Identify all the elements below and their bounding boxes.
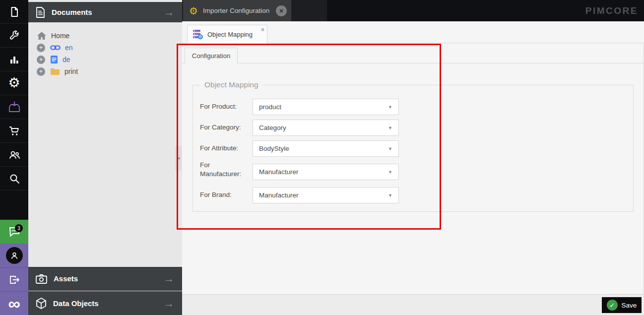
bottom-toolbar: ✓ Save bbox=[182, 294, 644, 315]
tree-item-label: print bbox=[64, 67, 78, 75]
save-button[interactable]: ✓ Save bbox=[602, 297, 642, 313]
tab-close-icon[interactable]: × bbox=[276, 5, 287, 16]
save-button-label: Save bbox=[622, 302, 637, 309]
combo-value: Manufacturer bbox=[259, 191, 299, 199]
settings-icon[interactable]: ⚙ bbox=[0, 71, 28, 95]
chevron-down-icon: ▼ bbox=[388, 146, 392, 151]
field-label-manufacturer: For Manufacturer: bbox=[200, 161, 250, 179]
chevron-down-icon: ▼ bbox=[388, 193, 392, 198]
camera-icon bbox=[35, 273, 48, 284]
rail-spacer bbox=[0, 190, 28, 220]
tree-item-label: de bbox=[63, 56, 70, 63]
pages-icon[interactable] bbox=[0, 0, 28, 24]
left-icon-rail: ⚙ 3 ∞ bbox=[0, 0, 28, 315]
infinity-logo-icon[interactable]: ∞ bbox=[0, 291, 28, 315]
tab-object-mapping[interactable]: ⚙ Object Mapping × bbox=[187, 25, 267, 43]
configuration-panel: Configuration Object Mapping For Product… bbox=[182, 43, 644, 294]
combo-value: BodyStyle bbox=[259, 145, 289, 152]
user-avatar-icon[interactable] bbox=[0, 244, 28, 267]
fieldset-legend: Object Mapping bbox=[200, 80, 263, 89]
cube-icon bbox=[35, 297, 47, 310]
document-icon bbox=[50, 55, 58, 64]
pimcore-admin-window: ⚙ 3 ∞ bbox=[0, 0, 644, 315]
field-label-attribute: For Attribute: bbox=[200, 140, 250, 157]
search-icon[interactable] bbox=[0, 167, 28, 190]
data-objects-panel-title: Data Objects bbox=[53, 299, 99, 308]
documents-panel: Documents → Home + en + de + pri bbox=[28, 0, 182, 315]
tab-label: Importer Configuration bbox=[203, 7, 269, 14]
wrench-icon[interactable] bbox=[0, 24, 28, 48]
gear-icon: ⚙ bbox=[189, 6, 198, 16]
svg-text:⚙: ⚙ bbox=[198, 34, 202, 39]
folder-icon bbox=[50, 67, 60, 75]
object-mapping-fieldset: Object Mapping For Product: product ▼ Fo… bbox=[193, 85, 634, 212]
expand-plus-icon[interactable]: + bbox=[37, 56, 45, 64]
pimcore-logo: PIMCORE bbox=[585, 0, 638, 21]
panel-expand-arrow-icon[interactable]: → bbox=[164, 298, 174, 309]
brand-class-select[interactable]: Manufacturer ▼ bbox=[253, 187, 399, 203]
sub-tab-bar: ⚙ Object Mapping × bbox=[182, 21, 644, 43]
panel-collapse-handle[interactable]: ◀ bbox=[175, 146, 182, 171]
tab-configuration[interactable]: Configuration bbox=[185, 48, 238, 63]
manufacturer-class-select[interactable]: Manufacturer ▼ bbox=[253, 164, 399, 180]
object-mapping-icon: ⚙ bbox=[193, 29, 203, 40]
documents-panel-header[interactable]: Documents → bbox=[28, 2, 182, 22]
logout-icon[interactable] bbox=[0, 267, 28, 291]
assets-panel-title: Assets bbox=[54, 274, 78, 283]
tree-item-label: Home bbox=[51, 32, 69, 40]
tree-item-print[interactable]: + print bbox=[28, 65, 182, 77]
check-icon: ✓ bbox=[607, 300, 618, 311]
main-area: ⚙ Importer Configuration × PIMCORE ⚙ Obj… bbox=[182, 0, 644, 315]
attribute-class-select[interactable]: BodyStyle ▼ bbox=[253, 140, 399, 157]
tree-item-label: en bbox=[65, 44, 73, 52]
reports-icon[interactable] bbox=[0, 48, 28, 71]
field-label-product: For Product: bbox=[200, 99, 250, 115]
chat-icon[interactable]: 3 bbox=[0, 220, 28, 244]
field-label-brand: For Brand: bbox=[200, 187, 250, 203]
panel-expand-arrow-icon[interactable]: → bbox=[164, 273, 174, 284]
home-icon bbox=[37, 31, 47, 40]
cart-icon[interactable] bbox=[0, 119, 28, 143]
documents-icon bbox=[35, 6, 46, 18]
sub-tab-label: Object Mapping bbox=[207, 31, 253, 38]
tree-item-home[interactable]: Home bbox=[28, 30, 182, 42]
combo-value: product bbox=[259, 103, 281, 111]
tab-importer-configuration[interactable]: ⚙ Importer Configuration × bbox=[183, 0, 291, 21]
tab-underline bbox=[182, 63, 644, 63]
chevron-down-icon: ▼ bbox=[388, 170, 392, 175]
expand-plus-icon[interactable]: + bbox=[37, 67, 45, 76]
link-icon bbox=[50, 44, 61, 51]
panel-expand-arrow-icon[interactable]: → bbox=[164, 7, 174, 17]
top-bar: ⚙ Importer Configuration × PIMCORE bbox=[182, 0, 644, 21]
tree-item-de[interactable]: + de bbox=[28, 54, 182, 65]
expand-plus-icon[interactable]: + bbox=[37, 44, 45, 52]
combo-value: Manufacturer bbox=[259, 168, 299, 176]
combo-value: Category bbox=[259, 124, 286, 131]
import-icon[interactable] bbox=[0, 95, 28, 119]
notification-badge: 3 bbox=[15, 224, 23, 232]
assets-panel-header[interactable]: Assets → bbox=[28, 267, 182, 291]
chevron-down-icon: ▼ bbox=[388, 105, 392, 110]
field-label-category: For Category: bbox=[200, 120, 250, 136]
collapse-left-icon: ◀ bbox=[177, 156, 180, 160]
documents-panel-title: Documents bbox=[52, 8, 92, 16]
tree-item-en[interactable]: + en bbox=[28, 42, 182, 54]
chevron-down-icon: ▼ bbox=[388, 126, 392, 130]
sub-tab-close-icon[interactable]: × bbox=[261, 26, 264, 33]
category-class-select[interactable]: Category ▼ bbox=[253, 120, 399, 136]
data-objects-panel-header[interactable]: Data Objects → bbox=[28, 291, 182, 315]
product-class-select[interactable]: product ▼ bbox=[253, 99, 399, 115]
users-icon[interactable] bbox=[0, 143, 28, 167]
